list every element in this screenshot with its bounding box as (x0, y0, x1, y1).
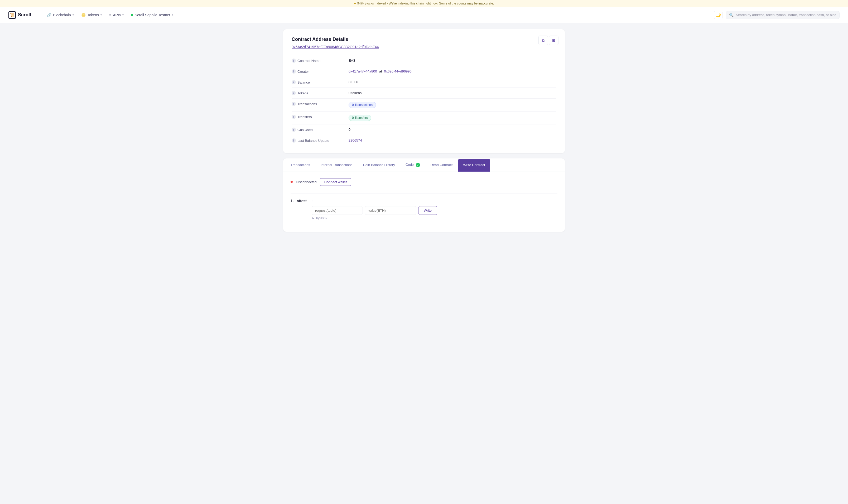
gas-used-value: 0 (349, 128, 350, 131)
banner-text: 94% Blocks Indexed - We're indexing this… (357, 2, 494, 5)
transactions-label: i Transactions (292, 102, 344, 106)
logo-icon: 📜 (8, 11, 16, 19)
card-actions: ⧉ ⊞ (538, 36, 559, 45)
transfers-badge[interactable]: 0 Transfers (349, 115, 371, 121)
write-item-header: 1. attest → (290, 199, 558, 203)
contract-name-value: EAS (349, 58, 355, 62)
creator-separator: at (379, 69, 382, 73)
tabs-card: Transactions Internal Transactions Coin … (283, 158, 565, 232)
transactions-value: 0 Transactions (349, 102, 376, 108)
main-content: Contract Address Details 0x5Ac2d741957ef… (279, 23, 569, 238)
contract-name-info-icon[interactable]: i (292, 58, 296, 63)
connect-wallet-button[interactable]: Connect wallet (320, 178, 351, 186)
logo[interactable]: 📜 Scroll (8, 11, 31, 19)
header: 📜 Scroll 🔗 Blockchain ▾ 🪙 Tokens ▾ ≡ API… (0, 7, 848, 23)
value-eth-input[interactable] (365, 206, 416, 215)
contract-address[interactable]: 0x5Ac2d741957efFFa9084dCC332C91a2df9DabF… (292, 45, 556, 49)
tab-coin-balance-history[interactable]: Coin Balance History (358, 159, 400, 172)
write-item-number: 1. (290, 199, 294, 203)
tokens-label: i Tokens (292, 91, 344, 95)
transactions-info-icon[interactable]: i (292, 102, 296, 106)
sub-label-text: bytes32 (316, 216, 327, 220)
request-input[interactable] (312, 206, 363, 215)
transactions-row: i Transactions 0 Transactions (292, 98, 556, 111)
disconnected-dot (290, 181, 293, 183)
tokens-icon: 🪙 (81, 13, 86, 17)
logo-text: Scroll (18, 12, 31, 18)
nav-tokens[interactable]: 🪙 Tokens ▾ (78, 11, 105, 19)
banner-dot (354, 3, 356, 4)
last-balance-label: i Last Balance Update (292, 138, 344, 143)
network-label: Scroll Sepolia Testnet (135, 13, 170, 17)
balance-row: i Balance 0 ETH (292, 77, 556, 88)
network-chevron: ▾ (172, 14, 173, 16)
transfers-info-icon[interactable]: i (292, 115, 296, 119)
tab-code[interactable]: Code ✓ (400, 158, 425, 172)
indexing-banner: 94% Blocks Indexed - We're indexing this… (0, 0, 848, 7)
write-button[interactable]: Write (418, 206, 437, 215)
write-sub-label: ↳ bytes32 (312, 216, 558, 220)
creator-row: i Creator 0x417a47–44a800 at 0x626f44–d9… (292, 66, 556, 77)
header-right: 🌙 🔍 Search by address, token symbol, nam… (714, 11, 840, 19)
tab-internal-transactions[interactable]: Internal Transactions (315, 159, 358, 172)
last-balance-link[interactable]: 2306574 (349, 138, 362, 142)
tab-write-contract[interactable]: Write Contract (458, 159, 491, 172)
gas-used-label: i Gas Used (292, 128, 344, 132)
search-icon: 🔍 (729, 13, 734, 17)
tab-read-contract[interactable]: Read Contract (425, 159, 458, 172)
search-bar[interactable]: 🔍 Search by address, token symbol, name,… (726, 11, 840, 19)
card-title: Contract Address Details (292, 37, 556, 42)
apis-icon: ≡ (109, 13, 111, 17)
nav-apis-label: APIs (113, 13, 121, 17)
contract-name-label: i Contract Name (292, 58, 344, 63)
tabs-header: Transactions Internal Transactions Coin … (283, 158, 565, 172)
connection-status-label: Disconnected (296, 180, 317, 184)
network-selector[interactable]: Scroll Sepolia Testnet ▾ (128, 11, 176, 19)
tokens-chevron: ▾ (101, 14, 102, 16)
tabs-body: Disconnected Connect wallet 1. attest → … (283, 172, 565, 232)
transactions-badge[interactable]: 0 Transactions (349, 102, 376, 108)
nav-blockchain[interactable]: 🔗 Blockchain ▾ (44, 11, 77, 19)
tokens-row: i Tokens 0 tokens (292, 88, 556, 98)
balance-label: i Balance (292, 80, 344, 84)
tokens-info-icon[interactable]: i (292, 91, 296, 95)
transfers-row: i Transfers 0 Transfers (292, 111, 556, 124)
blockchain-icon: 🔗 (47, 13, 51, 17)
creator-address-link[interactable]: 0x417a47–44a800 (349, 69, 377, 73)
transfers-label: i Transfers (292, 115, 344, 119)
blockchain-chevron: ▾ (72, 14, 74, 16)
code-verified-icon: ✓ (416, 163, 420, 167)
balance-value: 0 ETH (349, 80, 358, 84)
last-balance-info-icon[interactable]: i (292, 138, 296, 143)
last-balance-value: 2306574 (349, 138, 362, 142)
apis-chevron: ▾ (122, 14, 124, 16)
search-placeholder: Search by address, token symbol, name, t… (736, 13, 836, 17)
write-item-attest: 1. attest → Write ↳ bytes32 (290, 193, 558, 226)
creator-label: i Creator (292, 69, 344, 74)
creator-tx-link[interactable]: 0x626f44–d96996 (384, 69, 412, 73)
balance-info-icon[interactable]: i (292, 80, 296, 84)
qr-code-button[interactable]: ⊞ (549, 36, 559, 45)
contract-name-row: i Contract Name EAS (292, 55, 556, 66)
sub-arrow-icon: ↳ (312, 216, 314, 220)
transfers-value: 0 Transfers (349, 115, 371, 121)
connection-bar: Disconnected Connect wallet (290, 178, 558, 186)
creator-info-icon[interactable]: i (292, 69, 296, 74)
tab-transactions[interactable]: Transactions (285, 159, 315, 172)
network-status-dot (131, 14, 133, 16)
nav-tokens-label: Tokens (87, 13, 99, 17)
tokens-value: 0 tokens (349, 91, 361, 95)
main-nav: 🔗 Blockchain ▾ 🪙 Tokens ▾ ≡ APIs ▾ Scrol… (44, 11, 706, 19)
gas-used-row: i Gas Used 0 (292, 124, 556, 135)
write-arrow: → (310, 199, 313, 203)
gas-used-info-icon[interactable]: i (292, 128, 296, 132)
nav-blockchain-label: Blockchain (53, 13, 71, 17)
copy-address-button[interactable]: ⧉ (538, 36, 548, 45)
write-item-inputs: Write (312, 206, 558, 215)
nav-apis[interactable]: ≡ APIs ▾ (106, 11, 127, 19)
theme-toggle-button[interactable]: 🌙 (714, 11, 723, 19)
contract-details-card: Contract Address Details 0x5Ac2d741957ef… (283, 29, 565, 153)
write-item-name: attest (297, 199, 307, 203)
creator-value: 0x417a47–44a800 at 0x626f44–d96996 (349, 69, 412, 73)
last-balance-row: i Last Balance Update 2306574 (292, 135, 556, 146)
